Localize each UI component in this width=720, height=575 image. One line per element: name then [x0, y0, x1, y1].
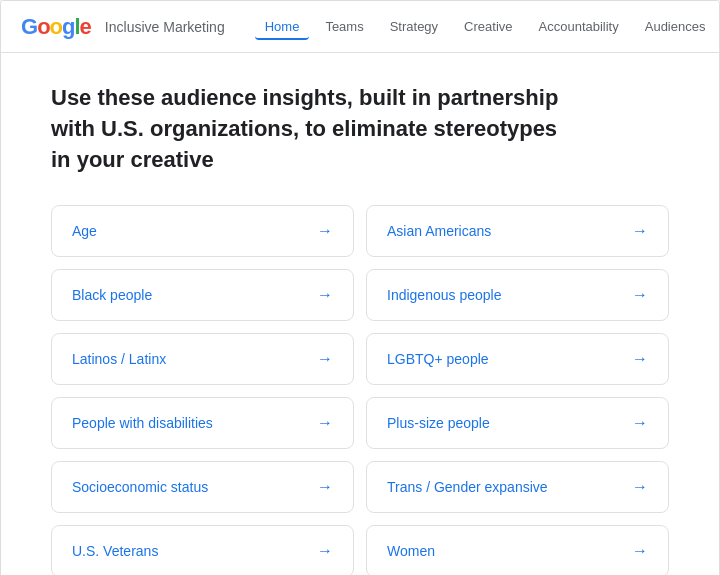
cards-grid: Age → Asian Americans → Black people → I… [51, 205, 669, 575]
card-trans-label: Trans / Gender expansive [387, 479, 548, 495]
card-indigenous-people[interactable]: Indigenous people → [366, 269, 669, 321]
card-lgbtq[interactable]: LGBTQ+ people → [366, 333, 669, 385]
card-veterans-arrow: → [317, 542, 333, 560]
card-socioeconomic-arrow: → [317, 478, 333, 496]
card-lgbtq-label: LGBTQ+ people [387, 351, 489, 367]
card-trans-arrow: → [632, 478, 648, 496]
card-disabilities-arrow: → [317, 414, 333, 432]
card-socioeconomic[interactable]: Socioeconomic status → [51, 461, 354, 513]
nav-item-audiences[interactable]: Audiences [635, 13, 716, 40]
google-logo: Google [21, 14, 91, 40]
card-plus-size[interactable]: Plus-size people → [366, 397, 669, 449]
logo-letter-e: e [80, 14, 91, 39]
card-asian-americans-label: Asian Americans [387, 223, 491, 239]
logo-letter-g: G [21, 14, 37, 39]
card-plus-size-label: Plus-size people [387, 415, 490, 431]
main-nav: Home Teams Strategy Creative Accountabil… [255, 13, 716, 40]
card-age-arrow: → [317, 222, 333, 240]
card-lgbtq-arrow: → [632, 350, 648, 368]
card-women-label: Women [387, 543, 435, 559]
card-indigenous-people-arrow: → [632, 286, 648, 304]
card-disabilities-label: People with disabilities [72, 415, 213, 431]
card-trans[interactable]: Trans / Gender expansive → [366, 461, 669, 513]
nav-item-creative[interactable]: Creative [454, 13, 522, 40]
app-title: Inclusive Marketing [105, 19, 225, 35]
nav-item-strategy[interactable]: Strategy [380, 13, 448, 40]
card-veterans-label: U.S. Veterans [72, 543, 158, 559]
card-latinos-label: Latinos / Latinx [72, 351, 166, 367]
nav-item-accountability[interactable]: Accountability [529, 13, 629, 40]
logo-letter-g2: g [62, 14, 74, 39]
headline: Use these audience insights, built in pa… [51, 83, 571, 175]
header: Google Inclusive Marketing Home Teams St… [1, 1, 719, 53]
card-plus-size-arrow: → [632, 414, 648, 432]
card-latinos-arrow: → [317, 350, 333, 368]
card-black-people[interactable]: Black people → [51, 269, 354, 321]
logo-letter-o2: o [50, 14, 62, 39]
card-asian-americans-arrow: → [632, 222, 648, 240]
main-content: Use these audience insights, built in pa… [1, 53, 719, 575]
nav-item-teams[interactable]: Teams [315, 13, 373, 40]
logo-letter-o1: o [37, 14, 49, 39]
card-age[interactable]: Age → [51, 205, 354, 257]
card-latinos[interactable]: Latinos / Latinx → [51, 333, 354, 385]
card-veterans[interactable]: U.S. Veterans → [51, 525, 354, 575]
card-age-label: Age [72, 223, 97, 239]
card-women-arrow: → [632, 542, 648, 560]
nav-item-home[interactable]: Home [255, 13, 310, 40]
card-asian-americans[interactable]: Asian Americans → [366, 205, 669, 257]
card-disabilities[interactable]: People with disabilities → [51, 397, 354, 449]
card-indigenous-people-label: Indigenous people [387, 287, 501, 303]
page-container: Google Inclusive Marketing Home Teams St… [0, 0, 720, 575]
card-black-people-label: Black people [72, 287, 152, 303]
card-socioeconomic-label: Socioeconomic status [72, 479, 208, 495]
card-women[interactable]: Women → [366, 525, 669, 575]
card-black-people-arrow: → [317, 286, 333, 304]
